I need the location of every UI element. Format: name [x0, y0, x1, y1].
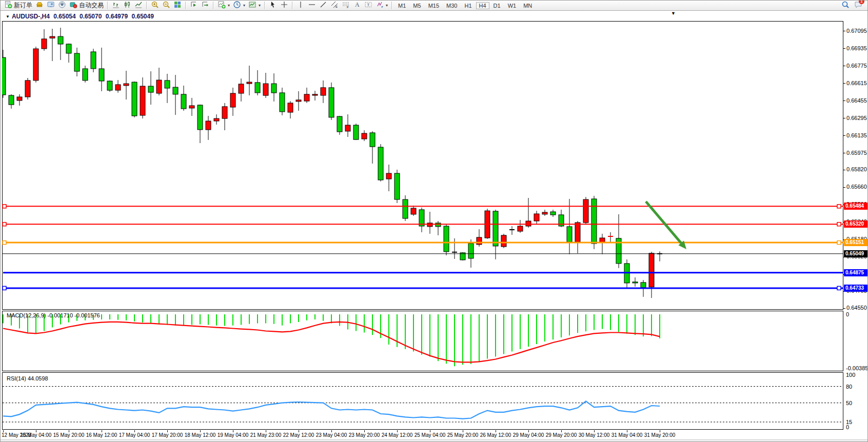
hline-icon: [308, 1, 316, 10]
close-value: 0.65049: [131, 13, 153, 20]
channel-button[interactable]: E: [329, 1, 340, 10]
timeframe-h4[interactable]: H4: [476, 2, 489, 9]
tile-windows-button[interactable]: [172, 1, 183, 10]
new-order-button[interactable]: 新订单: [3, 1, 34, 10]
macd-subwindow[interactable]: [2, 311, 843, 371]
axis-tick: [843, 153, 845, 153]
toolbar-separator: [146, 2, 147, 9]
timeframe-mn[interactable]: MN: [520, 2, 535, 9]
timeframe-m5[interactable]: M5: [410, 2, 424, 9]
zoom-out-button[interactable]: [161, 1, 172, 10]
line-handle[interactable]: [3, 241, 6, 245]
chart-shift-icon: [201, 1, 209, 10]
arrows-button[interactable]: ▾: [374, 1, 389, 10]
price-tick-label: 0.66775: [846, 63, 867, 69]
line-handle[interactable]: [837, 241, 841, 245]
price-tick-label: 0.67095: [846, 28, 867, 34]
rsi-axis-label: 0: [846, 424, 849, 430]
chevron-down-icon[interactable]: ▼: [6, 14, 10, 19]
chart-shift-marker[interactable]: ▼: [671, 11, 676, 16]
zoom-in-button[interactable]: [149, 1, 161, 10]
horizontal-line-button[interactable]: [306, 1, 318, 10]
price-tick-label: 0.65660: [846, 184, 867, 190]
autotrading-label: 自动交易: [79, 1, 104, 10]
timeframe-h1[interactable]: H1: [461, 2, 475, 9]
line-chart-icon: [134, 1, 143, 10]
templates-button[interactable]: ▾: [247, 1, 262, 10]
line-handle[interactable]: [3, 286, 6, 290]
periods-button[interactable]: ▾: [231, 1, 247, 10]
price-level-badge: 0.64733: [844, 285, 867, 292]
fibonacci-button[interactable]: F: [340, 1, 351, 10]
price-tick-label: 0.64550: [846, 305, 867, 311]
notification-badge: 1: [859, 0, 864, 4]
line-handle[interactable]: [3, 223, 6, 226]
templates-icon: [248, 1, 257, 10]
search-button[interactable]: [840, 1, 851, 10]
rsi-axis-label: 50: [846, 400, 852, 406]
terminal-icon: [47, 1, 55, 10]
signals-icon: [58, 1, 66, 10]
macd-zero-label: 0: [846, 311, 849, 317]
bar-chart-button[interactable]: [110, 1, 122, 10]
price-chart[interactable]: [2, 21, 843, 310]
chat-button[interactable]: 1: [854, 1, 862, 10]
axis-tick: [843, 31, 845, 31]
timeframe-d1[interactable]: D1: [490, 2, 504, 9]
arrows-icon: [376, 1, 384, 10]
macd-label: MACD(12,26,9) -0.001710 -0.001576: [7, 312, 100, 318]
line-handle[interactable]: [837, 286, 841, 290]
indicators-button[interactable]: ▾: [216, 1, 231, 10]
auto-scroll-button[interactable]: [188, 1, 200, 10]
crosshair-button[interactable]: [279, 1, 290, 10]
time-label: 25 May 04:00: [415, 432, 446, 438]
line-handle[interactable]: [837, 223, 841, 226]
toolbar-separator: [107, 2, 108, 9]
label-icon: T: [364, 1, 372, 10]
toolbar-separator: [391, 2, 392, 9]
terminal-button[interactable]: [45, 1, 56, 10]
rsi-subwindow[interactable]: [2, 372, 843, 430]
text-button[interactable]: A: [351, 1, 363, 10]
price-tick-label: 0.66455: [846, 97, 867, 104]
time-label: 29 May 04:00: [513, 432, 544, 438]
line-handle[interactable]: [3, 205, 6, 208]
autotrading-button[interactable]: 自动交易: [68, 1, 105, 10]
candlestick-chart-button[interactable]: [122, 1, 133, 10]
tile-windows-icon: [173, 1, 182, 10]
time-label: 26 May 12:00: [480, 432, 511, 438]
trendline-icon: [319, 1, 327, 10]
deposit-button[interactable]: [34, 1, 45, 10]
signals-button[interactable]: [56, 1, 68, 10]
time-label: 31 May 20:00: [644, 432, 676, 438]
auto-scroll-icon: [190, 1, 198, 10]
chat-icon: [854, 3, 862, 10]
timeframe-w1[interactable]: W1: [505, 2, 520, 9]
svg-text:T: T: [367, 3, 370, 7]
vertical-line-button[interactable]: [295, 1, 306, 10]
candlestick-chart[interactable]: [2, 21, 843, 310]
time-label: 23 May 20:00: [349, 432, 380, 438]
timeframe-m1[interactable]: M1: [395, 2, 409, 9]
chart-shift-button[interactable]: [200, 1, 211, 10]
rsi-axis-label: 80: [846, 384, 852, 390]
timeframe-m30[interactable]: M30: [443, 2, 460, 9]
axis-tick: [843, 170, 845, 170]
time-label: 15 May 20:00: [53, 432, 85, 438]
line-handle[interactable]: [837, 205, 841, 208]
time-label: 23 May 04:00: [316, 432, 347, 438]
rsi-label: RSI(14) 44.0598: [7, 375, 48, 381]
line-chart-button[interactable]: [133, 1, 144, 10]
timeframe-m15[interactable]: M15: [425, 2, 442, 9]
price-level-badge: 0.65484: [844, 203, 867, 210]
price-tick-label: 0.66135: [846, 132, 867, 139]
cursor-button[interactable]: [267, 1, 279, 10]
label-button[interactable]: T: [363, 1, 374, 10]
axis-tick: [843, 48, 845, 49]
time-label: 18 May 12:00: [185, 432, 216, 438]
axis-tick: [843, 135, 845, 136]
fibonacci-icon: F: [342, 1, 350, 10]
trendline-button[interactable]: [318, 1, 329, 10]
high-value: 0.65070: [80, 13, 102, 20]
price-tick-label: 0.65820: [846, 166, 867, 173]
